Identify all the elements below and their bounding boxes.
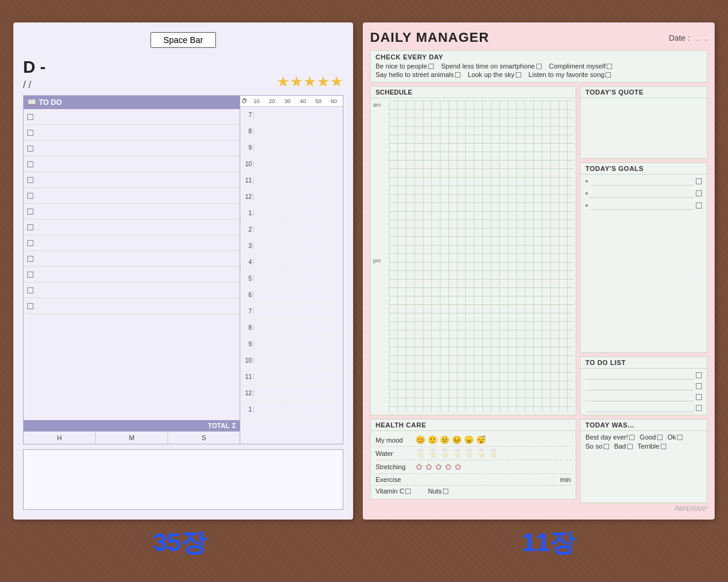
mood-icon-happy[interactable]: 😊 xyxy=(416,435,425,444)
check-label-sky: Look up the sky xyxy=(468,71,514,78)
nuts-label: Nuts xyxy=(428,487,442,495)
nuts-item: Nuts xyxy=(428,487,448,495)
tl-check[interactable] xyxy=(696,405,702,411)
timer-row: 6 xyxy=(240,287,343,303)
terrible-label: Terrible xyxy=(638,443,659,450)
check-box-compliment[interactable] xyxy=(607,64,612,69)
water-icon-2[interactable]: 🥛 xyxy=(428,449,437,458)
quote-content[interactable] xyxy=(581,98,707,147)
water-icon-3[interactable]: 🥛 xyxy=(440,449,450,458)
vitamin-c-check[interactable] xyxy=(405,489,411,494)
water-icon-4[interactable]: 🥛 xyxy=(452,449,462,458)
check-box-nice[interactable] xyxy=(428,64,434,69)
todo-hms: H M S xyxy=(24,431,240,444)
check-box-sky[interactable] xyxy=(516,72,521,78)
col-10: 10 xyxy=(249,98,265,104)
todo-checkbox[interactable] xyxy=(27,114,33,120)
quote-box: TODAY'S QUOTE xyxy=(580,86,707,159)
bottom-section: HEALTH CARE My mood 😊 🙂 😐 😣 😠 😴 xyxy=(370,419,707,503)
nuts-check[interactable] xyxy=(443,489,448,494)
todo-checkbox[interactable] xyxy=(27,272,33,278)
stretch-icon-2[interactable]: ✿ xyxy=(425,462,433,472)
terrible-check[interactable] xyxy=(661,444,666,449)
check-label-smartphone: Spend less time on smartphone xyxy=(441,62,535,70)
check-label-nice: Be nice to people xyxy=(376,62,427,70)
tl-check[interactable] xyxy=(696,372,702,378)
bad-label: Bad xyxy=(614,443,626,450)
exercise-row: Exercise min xyxy=(376,474,571,486)
min-label: min xyxy=(560,476,571,483)
tl-line xyxy=(585,382,693,390)
good-check[interactable] xyxy=(657,435,662,440)
todo-checkbox[interactable] xyxy=(27,303,33,309)
best-day-check[interactable] xyxy=(629,435,635,440)
todo-checkbox[interactable] xyxy=(27,209,33,215)
todo-row xyxy=(24,141,240,156)
mood-icon-smile[interactable]: 🙂 xyxy=(428,435,437,444)
todo-checkbox[interactable] xyxy=(27,193,33,199)
schedule-labels: am pm xyxy=(373,101,388,412)
check-row-2: Say hello to street animals Look up the … xyxy=(376,71,702,78)
check-section-title: CHECK EVERY DAY xyxy=(376,53,702,61)
health-box: HEALTH CARE My mood 😊 🙂 😐 😣 😠 😴 xyxy=(370,419,576,500)
stretch-icon-1[interactable]: ✿ xyxy=(416,462,423,472)
check-box-smartphone[interactable] xyxy=(536,64,542,69)
vitamins-row: Vitamin C Nuts xyxy=(376,486,571,497)
schedule-inner: am pm xyxy=(371,98,576,415)
stretch-icon-4[interactable]: ✿ xyxy=(445,462,452,472)
timer-row: 1 xyxy=(240,401,343,418)
brand-label: PAPERIAN° xyxy=(370,506,707,512)
todo-row xyxy=(24,298,240,314)
goal-check-2[interactable] xyxy=(696,190,702,196)
schedule-grid[interactable] xyxy=(389,101,573,412)
good-item: Good xyxy=(639,433,662,441)
todo-checkbox[interactable] xyxy=(27,161,33,167)
timer-header: ⏱ 10 20 30 40 50 60 xyxy=(240,96,343,107)
water-icons: 🥛 🥛 🥛 🥛 🥛 🥛 🥛 xyxy=(416,449,498,458)
todo-checkbox[interactable] xyxy=(27,130,33,136)
tl-check[interactable] xyxy=(696,383,702,389)
mood-row: My mood 😊 🙂 😐 😣 😠 😴 xyxy=(376,433,571,447)
todo-checkbox[interactable] xyxy=(27,177,33,183)
ok-check[interactable] xyxy=(677,435,682,440)
timer-row: 2 xyxy=(240,221,343,238)
sigma-icon: Σ xyxy=(232,422,236,429)
mood-icon-neutral[interactable]: 😐 xyxy=(440,435,450,444)
todo-checkbox[interactable] xyxy=(27,240,33,246)
mood-icon-angry[interactable]: 😠 xyxy=(464,435,474,444)
check-item-nice: Be nice to people xyxy=(376,62,434,70)
daily-manager-date: Date : . . xyxy=(669,33,707,42)
mood-icon-sleepy[interactable]: 😴 xyxy=(476,435,486,444)
water-icon-5[interactable]: 🥛 xyxy=(464,449,474,458)
check-box-animals[interactable] xyxy=(455,72,460,78)
water-icon-7[interactable]: 🥛 xyxy=(488,449,498,458)
stretch-icon-5[interactable]: ✿ xyxy=(454,462,462,472)
bottom-labels: 35장 11장 xyxy=(0,526,728,560)
stretch-icon-3[interactable]: ✿ xyxy=(435,462,442,472)
todo-checkbox[interactable] xyxy=(27,224,33,230)
goal-check-3[interactable] xyxy=(696,202,702,209)
today-was-row-1: Best day ever! Good Ok xyxy=(585,433,702,441)
water-icon-1[interactable]: 🥛 xyxy=(416,449,425,458)
check-box-song[interactable] xyxy=(605,72,611,78)
todo-checkbox[interactable] xyxy=(27,146,33,152)
goal-check-1[interactable] xyxy=(696,178,702,184)
todolist-box: TO DO LIST xyxy=(580,356,707,415)
timer-row: 10 xyxy=(240,352,343,369)
goal-line-1 xyxy=(590,177,693,186)
bad-check[interactable] xyxy=(627,444,633,449)
soso-label: So so xyxy=(585,443,602,450)
todo-row xyxy=(24,283,240,298)
todo-checkbox[interactable] xyxy=(27,256,33,262)
mood-icon-sad[interactable]: 😣 xyxy=(452,435,462,444)
todo-row xyxy=(24,109,240,125)
soso-check[interactable] xyxy=(604,444,609,449)
todo-checkbox[interactable] xyxy=(27,287,33,293)
water-icon-6[interactable]: 🥛 xyxy=(476,449,486,458)
ok-item: Ok xyxy=(667,433,682,441)
stretching-icons: ✿ ✿ ✿ ✿ ✿ xyxy=(416,462,462,472)
tl-check[interactable] xyxy=(696,394,702,400)
notes-section[interactable] xyxy=(23,449,343,510)
best-day-item: Best day ever! xyxy=(585,433,635,441)
spacebar-button[interactable]: Space Bar xyxy=(150,32,215,48)
